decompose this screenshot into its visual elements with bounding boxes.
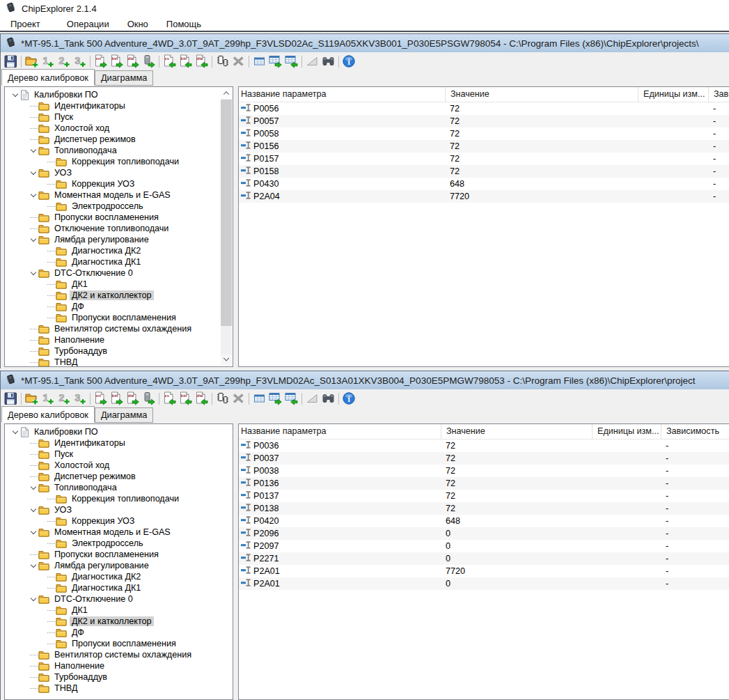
chevron-down-icon[interactable] bbox=[29, 235, 38, 244]
tree-item[interactable]: DTC-Отключение 0 bbox=[5, 267, 233, 279]
tree-item[interactable]: Пуск bbox=[5, 449, 233, 460]
tree-item[interactable]: Холостой ход bbox=[5, 123, 233, 134]
tree-item[interactable]: Пропуски воспламенения bbox=[5, 549, 233, 560]
tree-item[interactable]: Наполнение bbox=[5, 660, 233, 671]
chevron-down-icon[interactable] bbox=[29, 268, 38, 278]
tree-item[interactable]: Диагностика ДК2 bbox=[5, 245, 233, 256]
table-row[interactable]: P0420648- bbox=[239, 515, 729, 527]
table-row[interactable]: P003772- bbox=[239, 452, 729, 465]
tree-item[interactable]: Коррекция топливоподачи bbox=[5, 156, 233, 167]
tree-item[interactable]: ТНВД bbox=[5, 357, 233, 367]
tree-item[interactable]: УОЗ bbox=[5, 167, 233, 178]
export-bin-button[interactable]: bin bbox=[109, 391, 125, 407]
tree-item[interactable]: Пропуски воспламенения bbox=[5, 212, 233, 223]
export-flash-button[interactable] bbox=[141, 54, 157, 70]
open-project-add-button[interactable] bbox=[24, 54, 40, 70]
scroll-down-button[interactable] bbox=[221, 355, 232, 366]
column-header-dependency[interactable]: Зависимость bbox=[708, 87, 729, 102]
tree-item[interactable]: Коррекция топливоподачи bbox=[5, 493, 233, 504]
menu-item-3[interactable]: Окно bbox=[118, 19, 157, 29]
tree-item[interactable]: Пропуски воспламенения bbox=[5, 312, 233, 323]
compare-chips-button[interactable] bbox=[214, 54, 230, 70]
table-row[interactable]: P20970- bbox=[239, 540, 729, 552]
column-header-value[interactable]: Значение bbox=[445, 87, 638, 102]
chevron-down-icon[interactable] bbox=[29, 594, 38, 604]
tree-item[interactable]: Вентилятор системы охлаждения bbox=[5, 323, 233, 334]
tree-item[interactable]: Диспетчер режимов bbox=[5, 471, 233, 482]
table-row[interactable]: P003672- bbox=[239, 440, 729, 452]
menu-item-2[interactable]: Операции bbox=[58, 19, 118, 29]
tree-item[interactable]: Калибровки ПО bbox=[5, 89, 233, 100]
column-header-value[interactable]: Значение bbox=[441, 424, 592, 440]
import-bin-button[interactable]: bin bbox=[178, 54, 194, 70]
column-header-name[interactable]: Название параметра bbox=[239, 87, 445, 102]
scroll-up-button[interactable] bbox=[221, 88, 232, 99]
table-export-button[interactable] bbox=[267, 54, 283, 70]
table-row[interactable]: P015672- bbox=[239, 140, 729, 153]
tree-item[interactable]: Идентификаторы bbox=[5, 100, 233, 111]
tree-item[interactable]: УОЗ bbox=[5, 504, 233, 515]
table-row[interactable]: P013772- bbox=[239, 490, 729, 502]
chevron-down-icon[interactable] bbox=[10, 90, 20, 100]
tree-item[interactable]: Топливоподача bbox=[5, 145, 233, 156]
tab-diagram[interactable]: Диаграмма bbox=[95, 70, 154, 86]
table-import-button[interactable] bbox=[283, 54, 299, 70]
table-row[interactable]: P003872- bbox=[239, 465, 729, 477]
table-view-button[interactable] bbox=[251, 391, 267, 407]
tree-item[interactable]: Электродроссель bbox=[5, 538, 233, 549]
tree-item[interactable]: ДК2 и катколлектор bbox=[5, 290, 233, 301]
load-slot-1-button[interactable]: 1 bbox=[40, 391, 56, 407]
load-slot-1-button[interactable]: 1 bbox=[40, 54, 56, 70]
tree-item[interactable]: Моментная модель и E-GAS bbox=[5, 527, 233, 538]
tree-item[interactable]: DTC-Отключение 0 bbox=[5, 593, 233, 605]
tree-item[interactable]: Идентификаторы bbox=[5, 437, 233, 449]
table-row[interactable]: P0430648- bbox=[239, 178, 729, 190]
export-ori-button[interactable]: ori bbox=[93, 54, 109, 70]
save-button[interactable] bbox=[3, 54, 19, 70]
tree-scrollbar[interactable] bbox=[221, 88, 232, 366]
tree-item[interactable]: ДФ bbox=[5, 301, 233, 312]
tree-item[interactable]: Лямбда регулирование bbox=[5, 234, 233, 245]
table-row[interactable]: P2A010- bbox=[239, 577, 729, 590]
tree-item[interactable]: ДФ bbox=[5, 627, 233, 638]
table-row[interactable]: P22710- bbox=[239, 552, 729, 565]
tree-item[interactable]: Наполнение bbox=[5, 334, 233, 345]
table-row[interactable]: P2A017720- bbox=[239, 565, 729, 577]
export-ori-button[interactable]: ori bbox=[93, 391, 109, 407]
table-import-button[interactable] bbox=[283, 391, 299, 407]
table-row[interactable]: P005872- bbox=[239, 127, 729, 140]
tree-item[interactable]: Лямбда регулирование bbox=[5, 560, 233, 571]
table-row[interactable]: P005672- bbox=[239, 102, 729, 115]
chevron-down-icon[interactable] bbox=[29, 483, 38, 492]
info-button[interactable]: i bbox=[341, 391, 357, 407]
import-bin-button[interactable]: bin bbox=[178, 391, 194, 407]
tree-item[interactable]: Топливоподача bbox=[5, 482, 233, 493]
tree-item[interactable]: Вентилятор системы охлаждения bbox=[5, 649, 233, 660]
table-row[interactable]: P015872- bbox=[239, 165, 729, 178]
tree-item[interactable]: Диагностика ДК2 bbox=[5, 571, 233, 582]
chevron-down-icon[interactable] bbox=[10, 427, 20, 437]
tree-item[interactable]: Турбонаддув bbox=[5, 671, 233, 683]
tree-item[interactable]: Диспетчер режимов bbox=[5, 134, 233, 145]
tree-item[interactable]: Пуск bbox=[5, 111, 233, 123]
table-row[interactable]: P013672- bbox=[239, 477, 729, 490]
column-header-units[interactable]: Единицы изм... bbox=[638, 87, 708, 102]
tree-item[interactable]: Диагностика ДК1 bbox=[5, 256, 233, 267]
table-export-button[interactable] bbox=[267, 391, 283, 407]
tree-item[interactable]: ТНВД bbox=[5, 683, 233, 694]
tree-item[interactable]: Коррекция УОЗ bbox=[5, 515, 233, 527]
import-cs-button[interactable]: cs bbox=[162, 54, 178, 70]
tree-item[interactable]: ДК1 bbox=[5, 279, 233, 290]
chevron-down-icon[interactable] bbox=[29, 190, 38, 200]
import-dta-button[interactable]: dta bbox=[194, 391, 210, 407]
load-slot-3-button[interactable]: 3 bbox=[72, 391, 88, 407]
table-view-button[interactable] bbox=[251, 54, 267, 70]
compare-chips-button[interactable] bbox=[214, 391, 230, 407]
tree-item[interactable]: Турбонаддув bbox=[5, 345, 233, 357]
tree-item[interactable]: Диагностика ДК1 bbox=[5, 582, 233, 593]
tab-calibration-tree[interactable]: Дерево калибровок bbox=[1, 69, 95, 86]
info-button[interactable]: i bbox=[341, 54, 357, 70]
column-header-units[interactable]: Единицы изм... bbox=[592, 424, 661, 440]
tree-item[interactable]: Коррекция УОЗ bbox=[5, 178, 233, 189]
tree-item[interactable]: Холостой ход bbox=[5, 460, 233, 471]
